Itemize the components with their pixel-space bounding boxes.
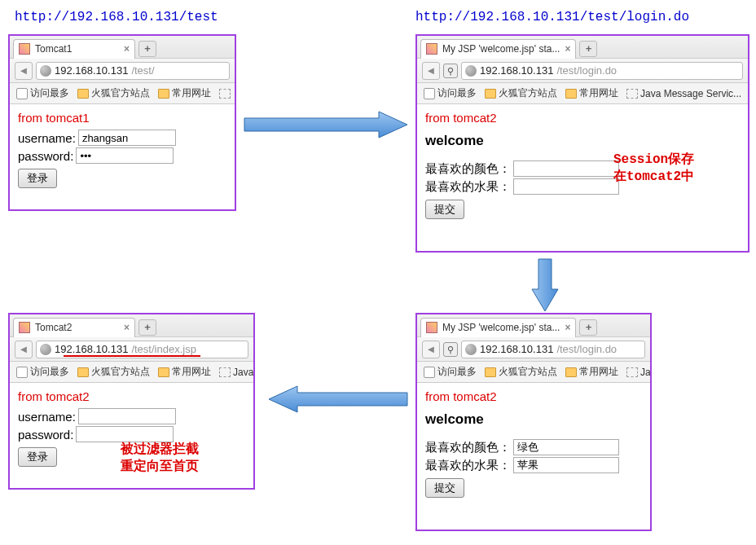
tab-title: My JSP 'welcome.jsp' sta... (442, 43, 560, 55)
browser-tab[interactable]: Tomcat2 × (13, 318, 135, 337)
bookmark-common-urls[interactable]: 常用网址 (155, 365, 214, 379)
new-tab-button[interactable]: + (138, 319, 156, 336)
fav-color-input[interactable] (513, 160, 619, 177)
bookmark-label: 常用网址 (579, 86, 618, 100)
close-tab-icon[interactable]: × (565, 43, 570, 55)
url-host: 192.168.10.131 (55, 64, 128, 77)
submit-button[interactable]: 提交 (425, 478, 464, 498)
bookmark-common-urls[interactable]: 常用网址 (562, 365, 622, 379)
welcome-heading: welcome (425, 411, 642, 428)
back-button[interactable]: ◄ (15, 341, 33, 358)
arrow-2-to-3 (529, 257, 561, 314)
bookmark-common-urls[interactable]: 常用网址 (155, 86, 214, 100)
url-path: /test/ (131, 64, 154, 77)
bookmark-icon (424, 367, 435, 378)
page-content: from tomcat2 welcome 最喜欢的颜色： 最喜欢的水果： 提交 (417, 383, 650, 504)
globe-icon (40, 344, 51, 355)
url-label-left: http://192.168.10.131/test (15, 10, 218, 24)
placeholder-icon (626, 367, 638, 377)
placeholder-icon (626, 89, 638, 99)
page-favicon-icon (426, 322, 437, 333)
bookmark-most-visited[interactable]: 访问最多 (420, 86, 480, 100)
address-bar: ◄ 192.168.10.131/test/index.jsp (10, 337, 253, 362)
fav-fruit-label: 最喜欢的水果： (425, 458, 511, 473)
arrow-3-to-4 (265, 383, 411, 415)
tab-bar: Tomcat2 × + (10, 314, 253, 337)
bookmark-jms[interactable]: Java Message Servic... (623, 88, 745, 99)
submit-button[interactable]: 提交 (425, 200, 464, 219)
folder-icon (485, 367, 496, 377)
back-button[interactable]: ◄ (15, 62, 33, 80)
password-row: password: (18, 147, 226, 164)
new-tab-button[interactable]: + (579, 41, 597, 57)
bookmark-icon (16, 367, 28, 378)
password-input[interactable] (76, 426, 174, 442)
proxy-icon[interactable]: ⚲ (443, 342, 458, 357)
password-input[interactable] (76, 147, 174, 164)
folder-icon (158, 367, 169, 377)
folder-icon (565, 89, 577, 99)
close-tab-icon[interactable]: × (565, 322, 570, 333)
bookmark-icon (16, 88, 28, 99)
back-button[interactable]: ◄ (422, 62, 440, 80)
bookmark-label: 火狐官方站点 (91, 365, 150, 379)
bookmarks-bar: 访问最多 火狐官方站点 常用网址 Ja (417, 362, 650, 383)
bookmark-label: 火狐官方站点 (499, 365, 557, 379)
annotation-session-saved: Session保存 在tomcat2中 (613, 152, 694, 186)
tab-title: Tomcat1 (35, 43, 119, 55)
username-row: username: (18, 408, 245, 424)
proxy-icon[interactable]: ⚲ (443, 64, 458, 78)
username-input[interactable] (78, 130, 176, 146)
bookmark-label: 访问最多 (30, 365, 69, 379)
page-favicon-icon (19, 322, 30, 333)
from-tomcat-label: from tomcat2 (425, 111, 740, 125)
bookmark-firefox-official[interactable]: 火狐官方站点 (74, 365, 153, 379)
bookmark-label: 火狐官方站点 (499, 86, 557, 100)
page-content: from tomcat1 username: password: 登录 (10, 104, 235, 195)
bookmark-common-urls[interactable]: 常用网址 (562, 86, 622, 100)
bookmark-label: 常用网址 (172, 365, 211, 379)
bookmark-java[interactable]: Java (216, 367, 253, 378)
url-field[interactable]: 192.168.10.131/test/ (36, 62, 230, 80)
username-row: username: (18, 130, 226, 146)
bookmark-label: 常用网址 (172, 86, 211, 100)
url-host: 192.168.10.131 (480, 343, 553, 355)
url-field[interactable]: 192.168.10.131/test/login.do (461, 62, 743, 80)
close-tab-icon[interactable]: × (124, 322, 130, 333)
bookmark-most-visited[interactable]: 访问最多 (13, 86, 73, 100)
username-input[interactable] (78, 408, 176, 424)
bookmark-empty[interactable] (216, 89, 234, 99)
login-button[interactable]: 登录 (18, 447, 57, 467)
new-tab-button[interactable]: + (579, 319, 597, 336)
fav-fruit-label: 最喜欢的水果： (425, 179, 511, 195)
close-tab-icon[interactable]: × (124, 43, 130, 55)
bookmark-most-visited[interactable]: 访问最多 (420, 365, 480, 379)
bookmark-firefox-official[interactable]: 火狐官方站点 (74, 86, 153, 100)
new-tab-button[interactable]: + (138, 41, 156, 57)
fav-fruit-row: 最喜欢的水果： (425, 457, 642, 473)
url-field[interactable]: 192.168.10.131/test/login.do (461, 341, 645, 358)
browser-tab[interactable]: My JSP 'welcome.jsp' sta... × (420, 39, 576, 59)
fav-fruit-input[interactable] (513, 457, 619, 473)
back-button[interactable]: ◄ (422, 341, 440, 358)
bookmark-label: 访问最多 (437, 365, 477, 379)
bookmark-firefox-official[interactable]: 火狐官方站点 (481, 86, 560, 100)
bookmark-firefox-official[interactable]: 火狐官方站点 (481, 365, 560, 379)
bookmark-label: 访问最多 (437, 86, 477, 100)
fav-fruit-input[interactable] (513, 178, 619, 195)
login-button[interactable]: 登录 (18, 169, 57, 188)
url-path: /test/index.jsp (131, 343, 196, 355)
bookmark-most-visited[interactable]: 访问最多 (13, 365, 73, 379)
welcome-heading: welcome (425, 133, 740, 149)
url-host: 192.168.10.131 (55, 343, 128, 355)
url-underline-highlight (64, 355, 200, 357)
folder-icon (565, 367, 577, 377)
address-bar: ◄ ⚲ 192.168.10.131/test/login.do (417, 59, 748, 83)
annotation-line-2: 在tomcat2中 (613, 169, 694, 186)
tab-title: My JSP 'welcome.jsp' sta... (442, 322, 560, 333)
browser-tab[interactable]: Tomcat1 × (13, 39, 135, 59)
bookmark-ja[interactable]: Ja (623, 367, 650, 378)
browser-tab[interactable]: My JSP 'welcome.jsp' sta... × (420, 318, 576, 337)
fav-color-input[interactable] (513, 439, 619, 455)
from-tomcat-label: from tomcat2 (425, 389, 642, 403)
